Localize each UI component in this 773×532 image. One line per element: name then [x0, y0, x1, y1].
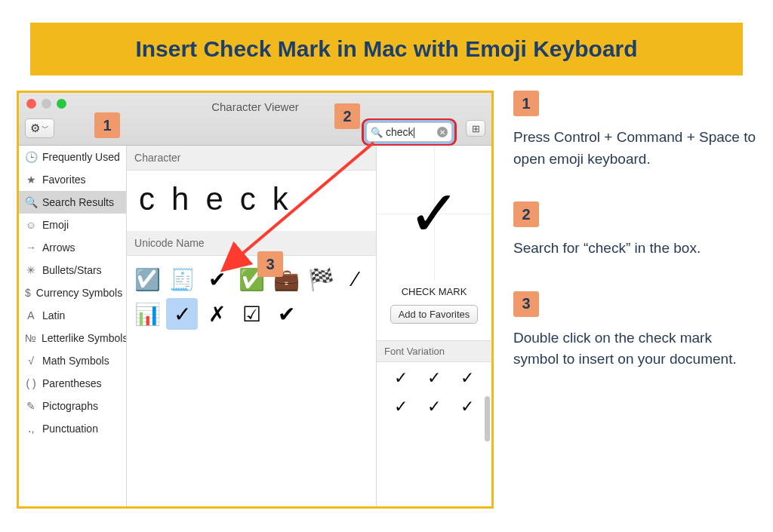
pencil-icon: ✎	[25, 400, 37, 412]
paren-icon: ( )	[25, 377, 37, 389]
callout-1: 1	[94, 112, 120, 138]
sidebar-item-label: Frequently Used	[42, 151, 120, 163]
sidebar-item-search-results[interactable]: 🔍Search Results	[19, 191, 126, 214]
step-badge-1: 1	[513, 91, 539, 116]
result-item[interactable]: 📊	[131, 298, 163, 330]
step-text: Search for “check” in the box.	[513, 238, 756, 260]
sidebar-item-latin[interactable]: ALatin	[19, 304, 126, 327]
sidebar-item-emoji[interactable]: ☺Emoji	[19, 214, 126, 236]
font-variation-item[interactable]: ✓	[417, 397, 451, 417]
results-area: Character check Unicode Name ☑️ 🧾 ✔ ✅ 💼 …	[127, 146, 376, 506]
chevron-down-icon: ﹀	[42, 123, 49, 134]
font-variation-item[interactable]: ✓	[451, 368, 484, 388]
step-text: Press Control + Command + Space to open …	[513, 127, 756, 170]
sidebar-item-parentheses[interactable]: ( )Parentheses	[19, 372, 126, 395]
grid-icon: ⊞	[472, 123, 480, 134]
clock-icon: 🕒	[25, 151, 37, 163]
sidebar-item-label: Pictographs	[42, 400, 98, 412]
step-badge-3: 3	[513, 291, 539, 317]
clear-search-icon[interactable]: ✕	[437, 127, 448, 137]
window-title: Character Viewer	[19, 100, 491, 113]
step-1: 1 Press Control + Command + Space to ope…	[513, 91, 756, 170]
font-variation-grid: ✓ ✓ ✓ ✓ ✓ ✓	[377, 362, 491, 423]
result-item[interactable]: ⁄	[340, 263, 371, 295]
character-viewer-window: ⚙ ﹀ Character Viewer 🔍 check ✕ ⊞ 🕒Freq	[17, 91, 494, 509]
step-text: Double click on the check mark symbol to…	[513, 328, 756, 371]
sidebar-item-label: Currency Symbols	[36, 287, 122, 299]
sidebar-item-label: Emoji	[42, 219, 69, 231]
dollar-icon: $	[25, 287, 31, 299]
result-item[interactable]: ☑	[236, 298, 267, 330]
sidebar-item-math[interactable]: √Math Symbols	[19, 349, 126, 372]
search-input[interactable]: 🔍 check ✕	[366, 122, 452, 142]
sidebar-item-arrows[interactable]: →Arrows	[19, 236, 126, 259]
results-grid: ☑️ 🧾 ✔ ✅ 💼 🏁 ⁄ 📊 ✓ ✗ ☑ ✔	[127, 256, 376, 337]
font-variation-item[interactable]: ✓	[384, 368, 417, 388]
star-icon: ★	[25, 174, 37, 186]
sidebar-item-punctuation[interactable]: ․,Punctuation	[19, 417, 126, 440]
sidebar-item-label: Arrows	[42, 241, 75, 254]
font-variation-item[interactable]: ✓	[384, 397, 417, 417]
sidebar-item-label: Bullets/Stars	[42, 264, 102, 276]
sidebar-item-pictographs[interactable]: ✎Pictographs	[19, 395, 126, 417]
sidebar-item-label: Punctuation	[42, 423, 98, 435]
result-item[interactable]: ✔	[201, 263, 233, 295]
callout-3: 3	[257, 251, 283, 277]
sidebar-item-label: Math Symbols	[42, 355, 109, 367]
preview-glyph: ✓	[377, 146, 491, 281]
result-item[interactable]: ✗	[201, 298, 233, 330]
settings-button[interactable]: ⚙ ﹀	[25, 118, 54, 138]
callout-2: 2	[334, 103, 360, 129]
preview-panel: ✓ CHECK MARK Add to Favorites Font Varia…	[376, 146, 491, 506]
unicode-section-header: Unicode Name	[127, 231, 376, 256]
sidebar-item-label: Favorites	[42, 174, 86, 186]
arrow-icon: →	[25, 241, 37, 254]
result-item[interactable]: 🏁	[305, 263, 337, 295]
asterisk-icon: ✳	[25, 264, 37, 276]
character-breakdown: check	[127, 171, 376, 231]
result-item[interactable]: 🧾	[166, 263, 198, 295]
radical-icon: √	[25, 355, 37, 367]
result-item-selected[interactable]: ✓	[166, 298, 198, 330]
scrollbar[interactable]	[485, 396, 490, 441]
window-toolbar: ⚙ ﹀ Character Viewer 🔍 check ✕ ⊞	[19, 93, 491, 146]
search-input-text: check	[386, 126, 437, 138]
sidebar-item-label: Search Results	[42, 196, 114, 208]
gear-icon: ⚙	[30, 121, 40, 135]
font-variation-item[interactable]: ✓	[451, 397, 484, 417]
font-variation-item[interactable]: ✓	[417, 368, 451, 388]
dots-icon: ․,	[25, 423, 37, 435]
sidebar-item-frequently-used[interactable]: 🕒Frequently Used	[19, 146, 126, 168]
step-2: 2 Search for “check” in the box.	[513, 201, 756, 260]
smiley-icon: ☺	[25, 219, 37, 231]
result-item[interactable]: ✔	[270, 298, 302, 330]
preview-name: CHECK MARK	[377, 281, 491, 305]
result-item[interactable]: ☑️	[131, 263, 163, 295]
search-icon: 🔍	[25, 196, 37, 208]
sidebar-item-label: Parentheses	[42, 377, 102, 389]
sidebar-item-favorites[interactable]: ★Favorites	[19, 168, 126, 191]
sidebar-item-currency[interactable]: $Currency Symbols	[19, 281, 126, 304]
sidebar-item-label: Latin	[42, 309, 65, 321]
numero-icon: №	[25, 332, 36, 344]
sidebar-item-bullets[interactable]: ✳Bullets/Stars	[19, 259, 126, 281]
page-title: Insert Check Mark in Mac with Emoji Keyb…	[30, 36, 743, 62]
sidebar-item-letterlike[interactable]: №Letterlike Symbols	[19, 327, 126, 349]
step-3: 3 Double click on the check mark symbol …	[513, 291, 756, 371]
search-highlight: 🔍 check ✕	[362, 118, 457, 146]
sidebar: 🕒Frequently Used ★Favorites 🔍Search Resu…	[19, 146, 127, 506]
search-icon: 🔍	[371, 127, 383, 138]
font-variation-header: Font Variation	[377, 340, 491, 362]
letter-a-icon: A	[25, 309, 37, 321]
sidebar-item-label: Letterlike Symbols	[42, 332, 127, 344]
title-banner: Insert Check Mark in Mac with Emoji Keyb…	[30, 23, 743, 75]
toggle-view-button[interactable]: ⊞	[466, 120, 485, 137]
character-section-header: Character	[127, 146, 376, 171]
step-badge-2: 2	[513, 201, 539, 227]
add-to-favorites-button[interactable]: Add to Favorites	[390, 305, 479, 324]
instructions-column: 1 Press Control + Command + Space to ope…	[513, 91, 756, 509]
